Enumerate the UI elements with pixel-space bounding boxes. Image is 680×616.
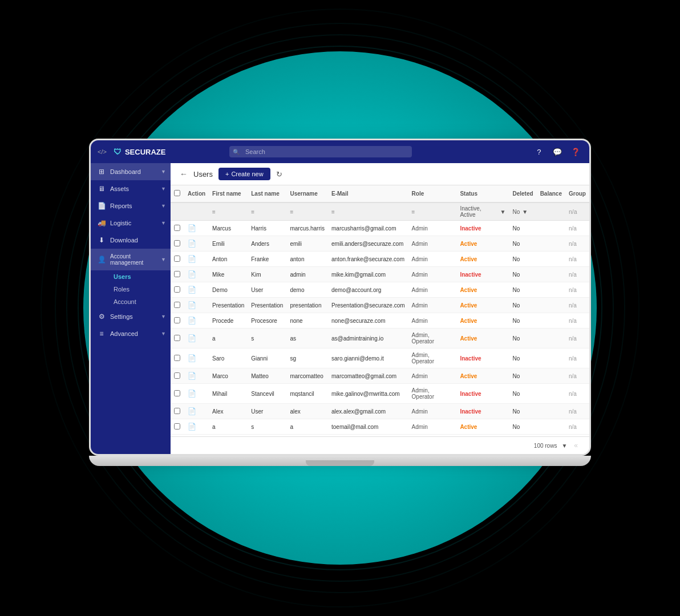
- row-checkbox-cell: [171, 404, 184, 419]
- filter-icon[interactable]: ≡: [331, 209, 335, 215]
- document-icon[interactable]: 📄: [188, 423, 196, 431]
- create-new-button[interactable]: + Create new: [218, 168, 270, 180]
- row-firstname: Procede: [209, 313, 248, 329]
- row-group: n/a: [565, 329, 589, 348]
- th-lastname[interactable]: Last name: [248, 185, 286, 202]
- row-role: Admin, Operator: [408, 384, 457, 404]
- row-checkbox[interactable]: [174, 335, 180, 341]
- code-icon-btn[interactable]: </>: [98, 148, 107, 155]
- row-group: n/a: [565, 236, 589, 252]
- row-email: as@admintraining.io: [328, 329, 408, 348]
- row-checkbox[interactable]: [174, 423, 180, 429]
- sidebar-item-advanced[interactable]: ≡ Advanced ▼: [91, 325, 171, 342]
- row-role: Admin: [408, 419, 457, 435]
- table-row: 📄 Procede Procesore none none@securaze.c…: [171, 313, 589, 329]
- row-checkbox[interactable]: [174, 302, 180, 308]
- sidebar-item-reports[interactable]: 📄 Reports ▼: [91, 197, 171, 214]
- sidebar-item-assets[interactable]: 🖥 Assets ▼: [91, 180, 171, 197]
- document-icon[interactable]: 📄: [188, 372, 196, 380]
- rows-per-page-label: 100 rows: [534, 443, 557, 449]
- row-checkbox-cell: [171, 329, 184, 348]
- row-lastname: User: [248, 282, 286, 298]
- brand: 🛡 SECURAZE: [114, 147, 166, 156]
- document-icon[interactable]: 📄: [188, 224, 196, 232]
- advanced-icon: ≡: [98, 330, 106, 338]
- row-checkbox[interactable]: [174, 390, 180, 396]
- th-role[interactable]: Role: [408, 185, 457, 202]
- th-firstname[interactable]: First name: [209, 185, 248, 202]
- first-page-button[interactable]: «: [572, 440, 580, 451]
- document-icon[interactable]: 📄: [188, 334, 196, 342]
- select-all-checkbox[interactable]: [174, 190, 180, 196]
- document-icon[interactable]: 📄: [188, 255, 196, 263]
- row-checkbox[interactable]: [174, 271, 180, 277]
- rows-dropdown-icon[interactable]: ▼: [561, 443, 567, 449]
- row-username: none: [286, 313, 328, 329]
- filter-icon[interactable]: ≡: [251, 209, 254, 215]
- sidebar-sub-item-account[interactable]: Account: [107, 295, 171, 308]
- sidebar-item-settings[interactable]: ⚙ Settings ▼: [91, 308, 171, 325]
- content-area: ← Users + Create new ↻: [171, 163, 589, 454]
- filter-icon[interactable]: ≡: [212, 209, 216, 215]
- deleted-dropdown-icon[interactable]: ▼: [522, 209, 528, 215]
- filter-icon[interactable]: ≡: [290, 209, 293, 215]
- sidebar-item-dashboard[interactable]: ⊞ Dashboard ▼: [91, 163, 171, 180]
- filter-lastname-cell: ≡: [248, 202, 286, 221]
- row-action-cell: 📄: [184, 236, 209, 252]
- row-checkbox[interactable]: [174, 256, 180, 262]
- row-group: n/a: [565, 267, 589, 282]
- th-status[interactable]: Status: [456, 185, 509, 202]
- chevron-down-icon: ▼: [161, 186, 166, 192]
- chevron-down-icon: ▼: [161, 203, 166, 209]
- row-checkbox[interactable]: [174, 240, 180, 246]
- roles-label: Roles: [114, 286, 129, 293]
- document-icon[interactable]: 📄: [188, 407, 196, 415]
- row-checkbox[interactable]: [174, 372, 180, 379]
- row-email: demo@account.org: [328, 282, 408, 298]
- row-status: Active: [456, 329, 509, 348]
- filter-icon[interactable]: ≡: [412, 209, 415, 215]
- row-group: n/a: [565, 368, 589, 384]
- row-firstname: Alex: [209, 404, 248, 419]
- sidebar-sub-item-users[interactable]: Users: [107, 270, 171, 283]
- info-icon-btn[interactable]: ❓: [569, 145, 582, 159]
- search-input[interactable]: [229, 146, 412, 157]
- document-icon[interactable]: 📄: [188, 270, 196, 278]
- document-icon[interactable]: 📄: [188, 301, 196, 309]
- search-container: [229, 146, 412, 157]
- row-checkbox[interactable]: [174, 317, 180, 323]
- chat-icon-btn[interactable]: 💬: [551, 145, 564, 159]
- row-checkbox-cell: [171, 419, 184, 435]
- row-firstname: Presentation: [209, 298, 248, 313]
- chevron-down-icon: ▼: [161, 314, 166, 319]
- row-checkbox[interactable]: [174, 225, 180, 231]
- th-deleted[interactable]: Deleted: [509, 185, 537, 202]
- document-icon[interactable]: 📄: [188, 317, 196, 325]
- sidebar-sub-item-roles[interactable]: Roles: [107, 283, 171, 295]
- refresh-button[interactable]: ↻: [276, 170, 282, 179]
- document-icon[interactable]: 📄: [188, 240, 196, 248]
- row-username: mqstancil: [286, 384, 328, 404]
- row-checkbox[interactable]: [174, 408, 180, 414]
- back-button[interactable]: ←: [180, 169, 188, 179]
- row-group: n/a: [565, 348, 589, 368]
- help-icon-btn[interactable]: ?: [532, 145, 546, 159]
- th-email[interactable]: E-Mail: [328, 185, 408, 202]
- th-group[interactable]: Group: [565, 185, 589, 202]
- document-icon[interactable]: 📄: [188, 286, 196, 294]
- th-username[interactable]: Username: [286, 185, 328, 202]
- row-checkbox-cell: [171, 267, 184, 282]
- row-deleted: No: [509, 298, 537, 313]
- document-icon[interactable]: 📄: [188, 390, 196, 398]
- th-balance[interactable]: Balance: [537, 185, 565, 202]
- row-checkbox[interactable]: [174, 355, 180, 361]
- filter-dropdown-icon[interactable]: ▼: [500, 209, 506, 215]
- sidebar-item-download[interactable]: ⬇ Download: [91, 232, 171, 249]
- row-checkbox[interactable]: [174, 286, 180, 293]
- row-status: Active: [456, 419, 509, 435]
- sidebar-item-logistic[interactable]: 🚚 Logistic ▼: [91, 214, 171, 232]
- sidebar-item-account-management[interactable]: 👤 Account management ▼: [91, 249, 171, 270]
- document-icon[interactable]: 📄: [188, 354, 196, 362]
- row-group: n/a: [565, 252, 589, 267]
- plus-icon: +: [225, 171, 229, 177]
